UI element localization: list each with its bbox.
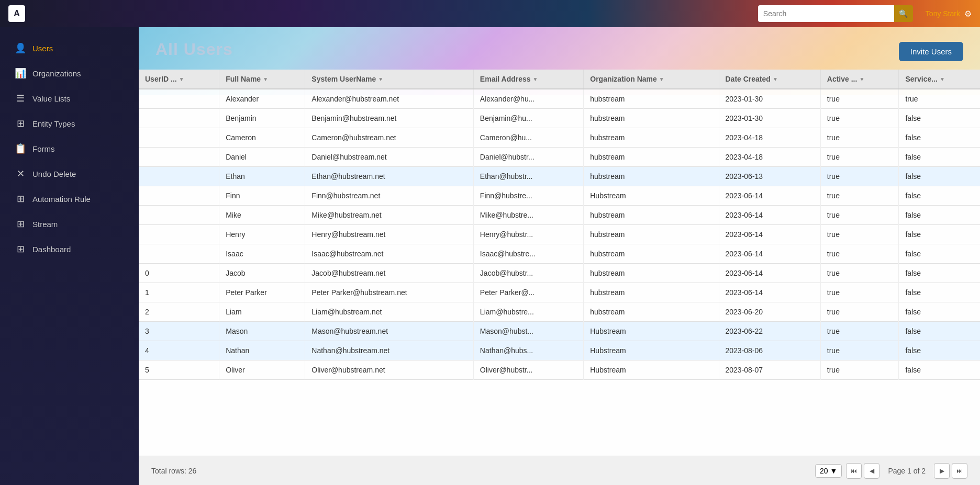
table-row[interactable]: CameronCameron@hubstream.netCameron@hu..… xyxy=(139,128,980,148)
sidebar-label-automation-rule: Automation Rule xyxy=(32,195,91,204)
prev-page-button[interactable]: ◀ xyxy=(864,463,879,479)
sort-icon-datecreated: ▼ xyxy=(773,76,778,82)
content-area: All Users Invite Users UserID ... ▼ xyxy=(139,27,980,485)
cell-fullname: Nathan xyxy=(219,341,305,360)
th-email[interactable]: Email Address ▼ xyxy=(473,70,583,89)
table-row[interactable]: 0JacobJacob@hubstream.netJacob@hubstr...… xyxy=(139,264,980,283)
table-row[interactable]: IsaacIsaac@hubstream.netIsaac@hubstre...… xyxy=(139,244,980,264)
th-org[interactable]: Organization Name ▼ xyxy=(584,70,719,89)
cell-active: true xyxy=(820,341,899,360)
sidebar-item-undo-delete[interactable]: ✕ Undo Delete xyxy=(4,162,135,186)
cell-userid xyxy=(139,167,219,186)
sidebar-item-dashboard[interactable]: ⊞ Dashboard xyxy=(4,237,135,261)
sidebar-item-stream[interactable]: ⊞ Stream xyxy=(4,212,135,236)
cell-fullname: Isaac xyxy=(219,244,305,264)
cell-service: false xyxy=(899,109,980,128)
cell-org: hubstream xyxy=(584,128,719,148)
th-userid[interactable]: UserID ... ▼ xyxy=(139,70,219,89)
sidebar-item-automation-rule[interactable]: ⊞ Automation Rule xyxy=(4,187,135,211)
cell-org: hubstream xyxy=(584,89,719,109)
cell-email: Daniel@hubstr... xyxy=(473,148,583,167)
cell-active: true xyxy=(820,186,899,206)
stream-icon: ⊞ xyxy=(15,218,26,230)
table-row[interactable]: 5OliverOliver@hubstream.netOliver@hubstr… xyxy=(139,360,980,380)
table-header-row: UserID ... ▼ Full Name ▼ xyxy=(139,70,980,89)
cell-active: true xyxy=(820,206,899,225)
cell-service: false xyxy=(899,167,980,186)
cell-fullname: Mason xyxy=(219,322,305,341)
forms-icon: 📋 xyxy=(15,143,26,154)
th-active[interactable]: Active ... ▼ xyxy=(820,70,899,89)
cell-fullname: Oliver xyxy=(219,360,305,380)
table-row[interactable]: HenryHenry@hubstream.netHenry@hubstr...h… xyxy=(139,225,980,244)
cell-userid xyxy=(139,206,219,225)
last-page-button[interactable]: ⏭ xyxy=(952,463,967,479)
next-page-button[interactable]: ▶ xyxy=(934,463,950,479)
table-row[interactable]: 4NathanNathan@hubstream.netNathan@hubs..… xyxy=(139,341,980,360)
page-nav: ⏮ ◀ Page 1 of 2 ▶ ⏭ xyxy=(846,463,967,479)
app-logo: A xyxy=(8,5,25,22)
cell-active: true xyxy=(820,148,899,167)
sidebar: 👤 Users 📊 Organizations ☰ Value Lists ⊞ … xyxy=(0,27,139,485)
cell-userid: 0 xyxy=(139,264,219,283)
table-row[interactable]: 3MasonMason@hubstream.netMason@hubst...H… xyxy=(139,322,980,341)
cell-org: hubstream xyxy=(584,225,719,244)
cell-active: true xyxy=(820,109,899,128)
cell-email: Liam@hubstre... xyxy=(473,302,583,322)
cell-userid xyxy=(139,128,219,148)
table-row[interactable]: FinnFinn@hubstream.netFinn@hubstre...Hub… xyxy=(139,186,980,206)
cell-org: Hubstream xyxy=(584,341,719,360)
search-input[interactable] xyxy=(758,5,894,22)
table-row[interactable]: 1Peter ParkerPeter Parker@hubstream.netP… xyxy=(139,283,980,302)
table-row[interactable]: DanielDaniel@hubstream.netDaniel@hubstr.… xyxy=(139,148,980,167)
cell-userid xyxy=(139,186,219,206)
cell-service: false xyxy=(899,341,980,360)
cell-org: Hubstream xyxy=(584,360,719,380)
cell-username: Mike@hubstream.net xyxy=(305,206,474,225)
sidebar-item-forms[interactable]: 📋 Forms xyxy=(4,137,135,161)
cell-userid: 3 xyxy=(139,322,219,341)
table-body: AlexanderAlexander@hubstream.netAlexande… xyxy=(139,89,980,380)
sidebar-item-entity-types[interactable]: ⊞ Entity Types xyxy=(4,111,135,136)
cell-service: false xyxy=(899,283,980,302)
cell-datecreated: 2023-01-30 xyxy=(719,109,820,128)
first-page-button[interactable]: ⏮ xyxy=(846,463,862,479)
sidebar-item-organizations[interactable]: 📊 Organizations xyxy=(4,61,135,85)
table-row[interactable]: EthanEthan@hubstream.netEthan@hubstr...h… xyxy=(139,167,980,186)
sort-icon-username: ▼ xyxy=(378,76,383,82)
users-table-container[interactable]: UserID ... ▼ Full Name ▼ xyxy=(139,70,980,456)
search-button[interactable]: 🔍 xyxy=(894,5,913,22)
dashboard-icon: ⊞ xyxy=(15,243,26,255)
cell-userid: 5 xyxy=(139,360,219,380)
cell-org: Hubstream xyxy=(584,186,719,206)
cell-active: true xyxy=(820,264,899,283)
th-fullname[interactable]: Full Name ▼ xyxy=(219,70,305,89)
gear-icon[interactable]: ⚙ xyxy=(964,9,972,19)
cell-service: false xyxy=(899,360,980,380)
user-name: Tony Stark xyxy=(926,9,960,18)
cell-username: Cameron@hubstream.net xyxy=(305,128,474,148)
sidebar-label-entity-types: Entity Types xyxy=(32,119,75,128)
cell-email: Cameron@hu... xyxy=(473,128,583,148)
table-row[interactable]: AlexanderAlexander@hubstream.netAlexande… xyxy=(139,89,980,109)
table-row[interactable]: BenjaminBenjamin@hubstream.netBenjamin@h… xyxy=(139,109,980,128)
page-size-select[interactable]: 20 ▼ xyxy=(815,464,842,478)
invite-users-button[interactable]: Invite Users xyxy=(899,42,963,61)
th-service[interactable]: Service... ▼ xyxy=(899,70,980,89)
cell-org: hubstream xyxy=(584,109,719,128)
sort-icon-org: ▼ xyxy=(659,76,664,82)
search-container: 🔍 xyxy=(758,5,913,22)
table-row[interactable]: 2LiamLiam@hubstream.netLiam@hubstre...hu… xyxy=(139,302,980,322)
th-username[interactable]: System UserName ▼ xyxy=(305,70,474,89)
sidebar-label-value-lists: Value Lists xyxy=(32,94,70,103)
sidebar-item-value-lists[interactable]: ☰ Value Lists xyxy=(4,86,135,110)
table-row[interactable]: MikeMike@hubstream.netMike@hubstre...hub… xyxy=(139,206,980,225)
cell-fullname: Benjamin xyxy=(219,109,305,128)
cell-fullname: Daniel xyxy=(219,148,305,167)
entity-types-icon: ⊞ xyxy=(15,118,26,129)
cell-userid: 2 xyxy=(139,302,219,322)
cell-datecreated: 2023-06-14 xyxy=(719,186,820,206)
sidebar-item-users[interactable]: 👤 Users xyxy=(4,36,135,60)
th-datecreated[interactable]: Date Created ▼ xyxy=(719,70,820,89)
cell-username: Peter Parker@hubstream.net xyxy=(305,283,474,302)
